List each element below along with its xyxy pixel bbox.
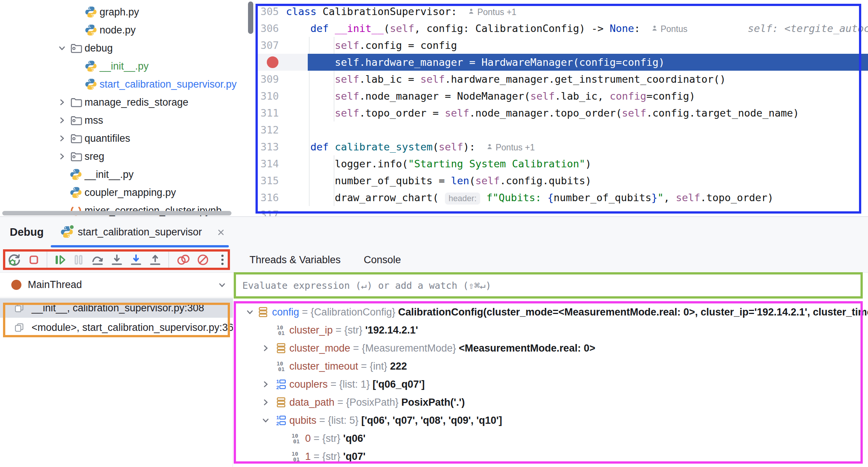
frame-row[interactable]: <module>, start_calibration_supervisor.p… [0,318,233,337]
person-icon [486,139,493,156]
code-line[interactable]: class CalibrationSupervisor:Pontus +1 [256,3,868,20]
variable-text: data_path = {PosixPath} PosixPath('.') [289,393,465,411]
code-text: self.node_manager = NodeManager(self.lab… [286,88,695,105]
code-line[interactable]: def __init__(self, config: CalibrationCo… [256,20,868,37]
chevron-down-icon[interactable] [244,306,256,318]
breakpoint-icon[interactable] [267,56,278,68]
tree-item-label: coupler_mapping.py [85,187,176,199]
code-line[interactable]: number_of_qubits = len(self.config.qubit… [256,172,868,189]
object-icon [275,396,287,408]
code-text: def calibrate_system(self):Pontus +1 [286,138,535,156]
chevron-right-icon[interactable] [56,97,68,108]
code-editor[interactable]: 305306307309310311312313314315316317 cla… [256,0,868,217]
code-line[interactable]: logger.info("Starting System Calibration… [256,155,868,172]
code-line[interactable]: draw_arrow_chart( header: f"Qubits: {num… [256,189,868,206]
code-line[interactable]: self.topo_order = self.node_manager.topo… [256,105,868,121]
variable-row-cluster_ip[interactable]: 1001cluster_ip = {str} '192.14.2.1' [233,321,868,339]
tree-item-coupler-mapping-py[interactable]: coupler_mapping.py [0,183,255,202]
chevron-right-icon[interactable] [56,151,68,162]
variable-text: cluster_timeout = {int} 222 [289,357,407,375]
variable-row-data_path[interactable]: data_path = {PosixPath} PosixPath('.') [233,393,868,411]
code-line[interactable]: def calibrate_system(self):Pontus +1 [256,138,868,155]
tree-item-start-calibration-supervisor-py[interactable]: start_calibration_supervisor.py [0,75,255,93]
chevron-right-icon[interactable] [56,133,68,144]
variable-row-cluster_mode[interactable]: cluster_mode = {MeasurementMode} <Measur… [233,339,868,357]
tree-horizontal-scrollbar[interactable] [2,211,231,215]
chevron-right-icon[interactable] [260,343,271,354]
primitive-icon: 1001 [290,432,302,444]
mute-breakpoints-button[interactable] [195,252,210,267]
step-into-my-code-button[interactable] [129,252,144,267]
tree-item-quantifiles[interactable]: quantifiles [0,129,255,147]
step-over-button[interactable] [90,252,105,267]
project-tree: graph.pynode.pydebug__init__.pystart_cal… [0,0,255,217]
tree-item-label: graph.py [100,6,139,18]
tree-item-graph-py[interactable]: graph.py [0,3,255,21]
tree-item-label: mss [85,115,103,126]
tree-item-manage-redis-storage[interactable]: manage_redis_storage [0,93,255,111]
variable-row-qubits[interactable]: 12qubits = {list: 5} ['q06', 'q07', 'q08… [233,411,868,429]
step-into-button[interactable] [109,252,124,267]
object-icon [275,342,287,354]
variable-row-cluster_timeout[interactable]: 1001cluster_timeout = {int} 222 [233,357,868,375]
tree-vertical-scrollbar[interactable] [248,2,253,34]
code-line[interactable]: self.node_manager = NodeManager(self.lab… [256,88,868,105]
more-kebab-button[interactable] [215,252,230,267]
thread-icon [11,280,21,290]
frame-row[interactable]: __init__, calibration_supervisor.py:308 [0,298,233,318]
code-line[interactable] [256,121,868,138]
code-text: logger.info("Starting System Calibration… [286,155,591,172]
tree-item-mss[interactable]: mss [0,111,255,129]
variable-text: qubits = {list: 5} ['q06', 'q07', 'q08',… [289,411,502,429]
evaluate-expression-input[interactable]: Evaluate expression (↵) or add a watch (… [233,273,868,299]
code-vision-author-hint[interactable]: Pontus [651,21,688,38]
view-breakpoints-button[interactable] [176,252,191,267]
chevron-down-icon[interactable] [216,279,228,291]
chevron-down-icon[interactable] [56,42,68,54]
parameter-hint-pill: header: [445,193,481,205]
step-out-button[interactable] [148,252,163,267]
variable-row-config[interactable]: config = {CalibrationConfig} Calibration… [233,303,868,321]
tree-item-sreg[interactable]: sreg [0,147,255,165]
primitive-icon: 1001 [275,324,287,336]
variable-row-0[interactable]: 10010 = {str} 'q06' [233,429,868,447]
code-text: draw_arrow_chart( header: f"Qubits: {num… [286,189,774,206]
chevron-right-icon[interactable] [260,379,271,390]
object-icon [257,306,269,318]
resume-button[interactable] [52,252,67,267]
execution-line[interactable]: self.hardware_manager = HardwareManager(… [256,54,868,71]
code-text: self.hardware_manager = HardwareManager(… [286,54,665,71]
tree-item--init-py[interactable]: __init__.py [0,165,255,183]
chevron-right-icon[interactable] [56,115,68,126]
svg-text:1: 1 [276,379,279,384]
code-line[interactable]: self.config = config [256,37,868,54]
debug-session-tab[interactable]: start_calibration_supervisor [51,217,229,247]
code-line[interactable] [256,206,868,217]
variables-tree: config = {CalibrationConfig} Calibration… [233,299,868,467]
tree-item--init-py[interactable]: __init__.py [0,57,255,75]
code-vision-author-hint[interactable]: Pontus +1 [467,4,516,21]
chevron-right-icon[interactable] [260,397,271,408]
close-icon[interactable] [216,227,226,237]
run-indicator-dot [69,224,74,230]
tab-console[interactable]: Console [364,247,401,272]
chevron-down-icon[interactable] [260,415,271,426]
pause-button[interactable] [71,252,86,267]
tree-item-debug[interactable]: debug [0,39,255,57]
frames-list: __init__, calibration_supervisor.py:308<… [0,298,233,339]
variable-row-1[interactable]: 10011 = {str} 'q07' [233,447,868,465]
primitive-icon: 1001 [290,450,302,462]
tree-item-label: sreg [85,151,104,162]
thread-selector[interactable]: MainThread [0,273,233,297]
toolbar-separator [168,250,169,269]
code-vision-author-hint[interactable]: Pontus +1 [486,139,535,156]
code-text: class CalibrationSupervisor:Pontus +1 [286,3,516,21]
tree-item-node-py[interactable]: node.py [0,21,255,39]
tab-threads-and-variables[interactable]: Threads & Variables [250,247,341,272]
rerun-debugger-button[interactable] [7,252,22,267]
stop-button[interactable] [26,252,41,267]
svg-text:1: 1 [276,415,279,420]
tree-item-label: start_calibration_supervisor.py [100,79,237,90]
variable-row-couplers[interactable]: 12couplers = {list: 1} ['q06_q07'] [233,375,868,393]
code-line[interactable]: self.lab_ic = self.hardware_manager.get_… [256,71,868,88]
